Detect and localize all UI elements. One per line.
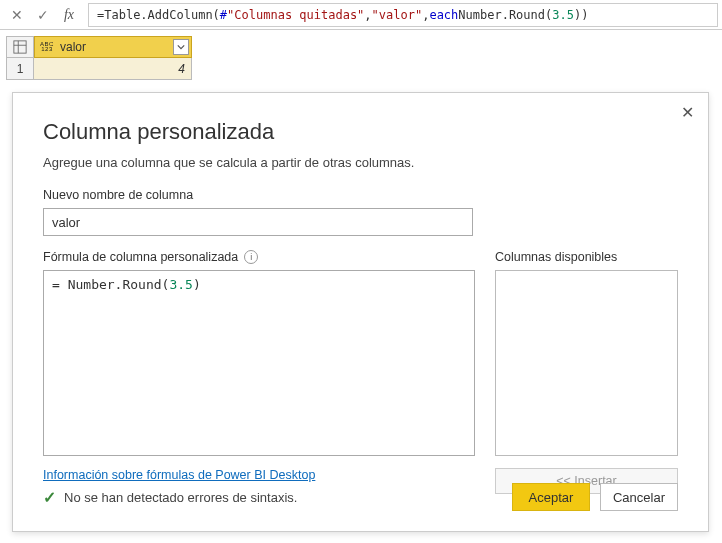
token-fn: Table.AddColumn xyxy=(104,8,212,22)
available-columns-label: Columnas disponibles xyxy=(495,250,678,264)
dialog-title: Columna personalizada xyxy=(43,119,678,145)
formulas-info-link[interactable]: Información sobre fórmulas de Power BI D… xyxy=(43,468,315,482)
cancel-formula-button[interactable]: ✕ xyxy=(4,2,30,28)
close-icon: ✕ xyxy=(681,103,694,122)
fx-icon: fx xyxy=(64,7,74,23)
formula-label-text: Fórmula de columna personalizada xyxy=(43,250,238,264)
ed-eq: = xyxy=(52,277,68,292)
new-column-name-input[interactable] xyxy=(43,208,473,236)
row-number[interactable]: 1 xyxy=(6,58,34,80)
fx-button[interactable]: fx xyxy=(56,2,82,28)
token-hash: # xyxy=(220,8,227,22)
close-button[interactable]: ✕ xyxy=(676,101,698,123)
column-dropdown-button[interactable] xyxy=(173,39,189,55)
table-row: 1 4 xyxy=(6,58,722,80)
grid-header: ABC123 valor xyxy=(6,36,722,58)
token-open: ( xyxy=(213,8,220,22)
formula-bar: ✕ ✓ fx = Table.AddColumn ( # "Columnas q… xyxy=(0,0,722,30)
row-header-corner[interactable] xyxy=(6,36,34,58)
check-icon: ✓ xyxy=(37,7,49,23)
column-name: valor xyxy=(60,40,86,54)
commit-formula-button[interactable]: ✓ xyxy=(30,2,56,28)
column-type-icon[interactable]: ABC123 xyxy=(38,40,56,54)
available-columns-list[interactable] xyxy=(495,270,678,456)
cell-valor-1[interactable]: 4 xyxy=(34,58,192,80)
table-icon xyxy=(13,40,27,54)
ok-button[interactable]: Aceptar xyxy=(512,483,590,511)
check-icon: ✓ xyxy=(43,488,56,507)
token-fn2: Number.Round xyxy=(458,8,545,22)
ed-fn: Number.Round xyxy=(68,277,162,292)
formula-editor[interactable]: = Number.Round(3.5) xyxy=(43,270,475,456)
formula-input[interactable]: = Table.AddColumn ( # "Columnas quitadas… xyxy=(88,3,718,27)
formula-label: Fórmula de columna personalizada i xyxy=(43,250,475,264)
token-comma1: , xyxy=(364,8,371,22)
ed-close: ) xyxy=(193,277,201,292)
custom-column-dialog: ✕ Columna personalizada Agregue una colu… xyxy=(12,92,709,532)
token-close1: ) xyxy=(581,8,588,22)
token-open2: ( xyxy=(545,8,552,22)
data-preview: ABC123 valor 1 4 xyxy=(0,30,722,80)
syntax-status: ✓ No se han detectado errores de sintaxi… xyxy=(43,488,297,507)
token-close2: ) xyxy=(574,8,581,22)
dialog-subtitle: Agregue una columna que se calcula a par… xyxy=(43,155,678,170)
token-comma2: , xyxy=(422,8,429,22)
chevron-down-icon xyxy=(177,43,185,51)
token-num: 3.5 xyxy=(552,8,574,22)
info-icon[interactable]: i xyxy=(244,250,258,264)
token-eq: = xyxy=(97,8,104,22)
column-header-valor[interactable]: ABC123 valor xyxy=(34,36,192,58)
x-icon: ✕ xyxy=(11,7,23,23)
token-str2: "valor" xyxy=(372,8,423,22)
cancel-button[interactable]: Cancelar xyxy=(600,483,678,511)
svg-rect-0 xyxy=(14,41,26,53)
new-column-name-label: Nuevo nombre de columna xyxy=(43,188,678,202)
ed-num: 3.5 xyxy=(169,277,192,292)
token-each: each xyxy=(429,8,458,22)
token-str1: "Columnas quitadas" xyxy=(227,8,364,22)
status-text: No se han detectado errores de sintaxis. xyxy=(64,490,297,505)
